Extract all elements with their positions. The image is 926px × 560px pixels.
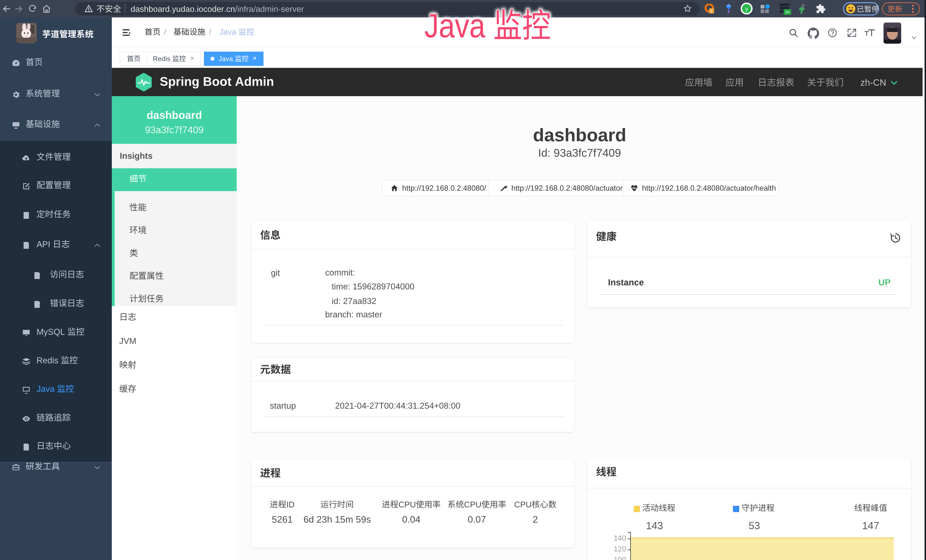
svg-text:on: on [785, 10, 789, 14]
svg-text:y: y [745, 6, 748, 12]
svg-text:1: 1 [710, 9, 713, 13]
